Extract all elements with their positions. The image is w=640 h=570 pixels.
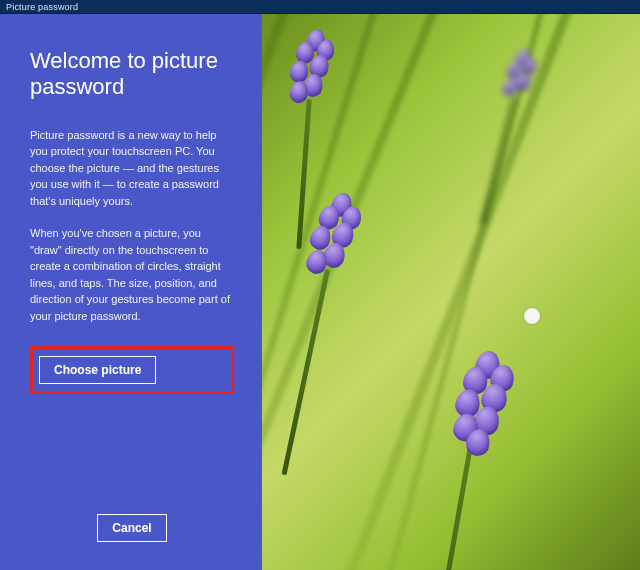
intro-paragraph-1: Picture password is a new way to help yo… [30,127,234,210]
picture-password-window: Picture password Welcome to picture pass… [0,0,640,570]
left-panel: Welcome to picture password Picture pass… [0,14,262,570]
grass-blade [262,14,278,570]
content-area: Welcome to picture password Picture pass… [0,14,640,570]
picture-preview[interactable] [262,14,640,570]
gesture-cursor-icon [524,308,540,324]
tutorial-highlight: Choose picture [30,346,234,394]
grass-blade [335,14,631,570]
cancel-button[interactable]: Cancel [97,514,166,542]
intro-paragraph-2: When you've chosen a picture, you "draw"… [30,225,234,324]
page-title: Welcome to picture password [30,48,234,101]
titlebar: Picture password [0,0,640,14]
window-title: Picture password [6,2,78,12]
choose-picture-button[interactable]: Choose picture [39,356,156,384]
bottom-actions: Cancel [30,514,234,546]
